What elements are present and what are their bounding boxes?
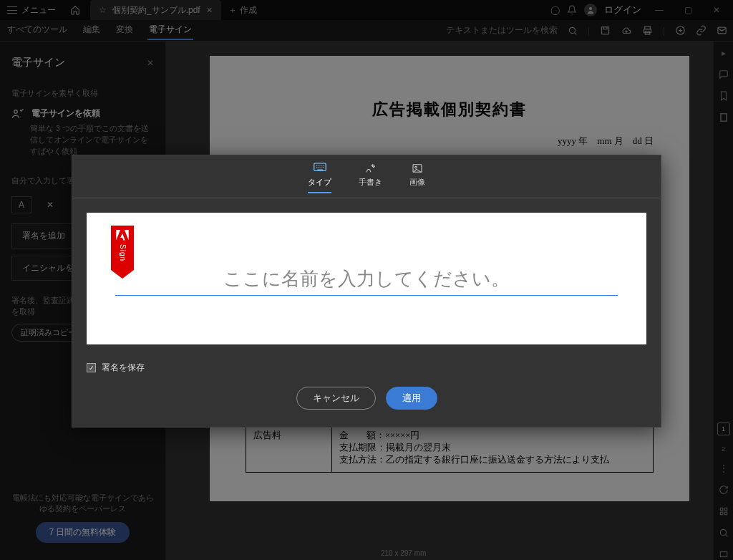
signature-tab-draw[interactable]: 手書き <box>359 163 382 193</box>
keyboard-icon <box>314 163 326 174</box>
modal-button-row: キャンセル 適用 <box>72 387 661 427</box>
signature-tab-type[interactable]: タイプ <box>308 163 331 193</box>
signature-tab-image[interactable]: 画像 <box>409 163 425 193</box>
signature-method-tabs: タイプ 手書き 画像 <box>72 155 661 198</box>
tab-label: 画像 <box>409 177 425 188</box>
tab-label: 手書き <box>359 177 382 188</box>
save-signature-checkbox[interactable]: ✓ <box>87 363 96 372</box>
cancel-button[interactable]: キャンセル <box>296 387 376 410</box>
signature-name-input[interactable]: ここに名前を入力してください。 <box>109 266 624 291</box>
signature-input-area: Sign ここに名前を入力してください。 <box>87 213 646 344</box>
signature-modal: タイプ 手書き 画像 Sign ここに名前を入力してください。 ✓ 署名を保存 <box>72 155 661 428</box>
tab-label: タイプ <box>308 177 331 188</box>
adobe-logo-icon <box>116 230 129 241</box>
save-signature-row[interactable]: ✓ 署名を保存 <box>72 359 661 387</box>
save-signature-label: 署名を保存 <box>102 362 145 374</box>
svg-point-19 <box>415 166 417 168</box>
draw-icon <box>364 163 377 174</box>
signature-baseline <box>115 295 618 296</box>
adobe-sign-label: Sign <box>119 244 127 261</box>
image-icon <box>411 163 424 174</box>
adobe-sign-badge: Sign <box>111 226 134 270</box>
apply-button[interactable]: 適用 <box>386 387 437 410</box>
